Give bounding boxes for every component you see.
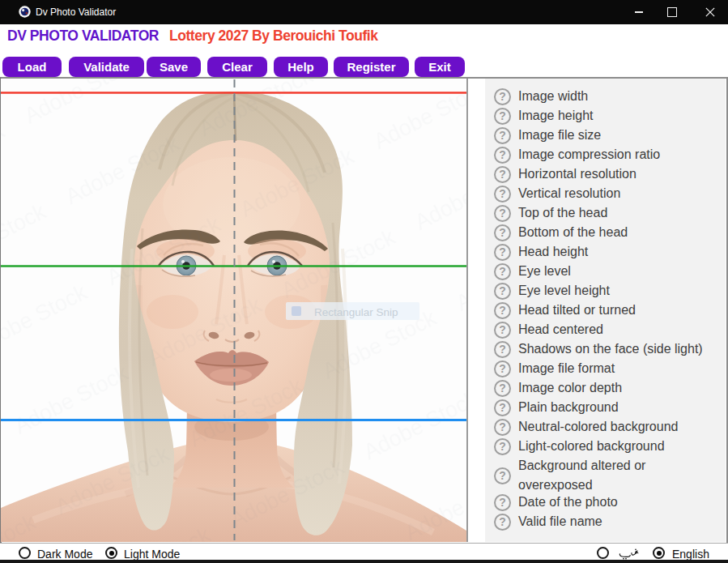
svg-text:Rectangular Snip: Rectangular Snip bbox=[314, 306, 398, 318]
